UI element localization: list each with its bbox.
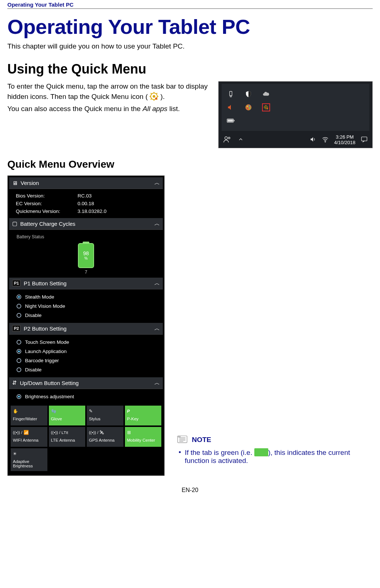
note-block: NOTE If the tab is green (i.e. ), this i… [176, 434, 373, 476]
qm-battery-title: Battery Charge Cycles [20, 221, 75, 227]
shield-icon [244, 90, 252, 98]
chevron-up-icon: ︿ [154, 280, 160, 287]
qm-p1-body: Stealth Mode Night Vision Mode Disable [9, 289, 163, 323]
running-header: Operating Your Tablet PC [7, 0, 373, 9]
glove-icon: 🧤 [51, 408, 83, 414]
battery-percent-unit: % [85, 256, 88, 260]
hand-icon: ✋ [13, 408, 45, 414]
radio-option[interactable]: Disable [16, 365, 156, 374]
tile-label: Mobility Center [127, 438, 159, 442]
tile-stylus[interactable]: ✎Stylus [87, 406, 123, 425]
chevron-up-icon: ︿ [154, 179, 160, 186]
palette-icon [244, 103, 252, 111]
kv-key: Quickmenu Version: [16, 209, 71, 214]
radio-option[interactable]: Launch Application [16, 347, 156, 356]
tile-wifi-antenna[interactable]: ((•)) / 📶WIFI Antenna [11, 427, 47, 447]
qm-battery-header[interactable]: ▢Battery Charge Cycles ︿ [9, 218, 163, 230]
quick-menu-tray-icon[interactable] [262, 103, 270, 111]
radio-option[interactable]: Brightness adjustment [16, 392, 156, 401]
svg-line-6 [151, 93, 152, 94]
speaker-icon[interactable] [310, 136, 316, 144]
qm-p1-title: P1 Button Setting [24, 280, 67, 286]
kv-key: EC Version: [16, 201, 71, 206]
para2-em: All apps [143, 105, 168, 113]
svg-rect-27 [227, 120, 233, 122]
action-center-icon[interactable] [361, 136, 368, 144]
radio-option[interactable]: Disable [16, 311, 156, 320]
svg-point-1 [153, 95, 155, 97]
kv-val: RC.03 [78, 193, 92, 199]
radio-option[interactable]: Touch Screen Mode [16, 338, 156, 347]
svg-line-8 [151, 99, 152, 100]
qm-p1-header[interactable]: P1P1 Button Setting ︿ [9, 278, 163, 289]
updown-icon: ⇵ [12, 379, 17, 386]
svg-point-19 [265, 107, 266, 108]
radio-icon [17, 295, 21, 299]
qm-p2-header[interactable]: P2P2 Button Setting ︿ [9, 323, 163, 335]
radio-label: Night Vision Mode [25, 303, 65, 309]
svg-point-24 [266, 108, 268, 109]
para2-a: You can also access the Quick menu in th… [7, 105, 143, 113]
tile-finger-water[interactable]: ✋Finger/Water [11, 406, 47, 425]
chevron-up-icon: ︿ [154, 325, 160, 332]
tile-pkey[interactable]: PP-Key [125, 406, 162, 425]
qm-battery-body: Battery Status 98 % 7 [9, 230, 163, 278]
wifi-icon[interactable] [322, 136, 329, 144]
radio-icon [17, 340, 21, 345]
radio-label: Brightness adjustment [25, 394, 74, 399]
qm-p2-body: Touch Screen Mode Launch Application Bar… [9, 335, 163, 377]
svg-rect-31 [362, 137, 367, 141]
chapter-intro: This chapter will guide you on how to us… [7, 42, 373, 50]
svg-rect-11 [230, 92, 232, 96]
svg-point-17 [247, 108, 248, 109]
battery-cell: 98 % [78, 243, 94, 268]
svg-point-13 [245, 104, 252, 111]
cloud-icon [262, 90, 270, 98]
chevron-up-icon[interactable] [238, 136, 244, 143]
volume-mute-icon [227, 103, 235, 111]
radio-label: Disable [25, 367, 42, 373]
note-icon [176, 434, 189, 444]
qm-version-header[interactable]: 🖥Version ︿ [9, 177, 163, 189]
qm-p2-title: P2 Button Setting [24, 325, 67, 332]
radio-label: Stealth Mode [25, 294, 54, 300]
battery-percent: 98 [83, 250, 89, 256]
antenna-icon: ((•)) / ʟᴛᴇ [51, 429, 83, 436]
radio-label: Launch Application [25, 349, 67, 354]
radio-option[interactable]: Night Vision Mode [16, 302, 156, 311]
tile-mobility-center[interactable]: ⊞Mobility Center [125, 427, 162, 447]
version-icon: 🖥 [12, 180, 18, 186]
radio-icon [17, 358, 21, 363]
tile-lte-antenna[interactable]: ((•)) / ʟᴛᴇLTE Antenna [49, 427, 86, 447]
taskbar-clock[interactable]: 3:26 PM 4/10/2018 [334, 135, 355, 146]
qm-updown-title: Up/Down Button Setting [20, 380, 79, 386]
tile-adaptive-brightness[interactable]: ☀Adaptive Brightness [11, 448, 47, 471]
windows-icon: ⊞ [127, 429, 159, 436]
qm-updown-header[interactable]: ⇵Up/Down Button Setting ︿ [9, 377, 163, 389]
svg-rect-26 [234, 120, 234, 121]
brightness-icon: ☀ [13, 450, 45, 457]
pkey-icon: P [127, 408, 159, 414]
para1-a: To enter the Quick menu, tap the arrow o… [7, 82, 208, 100]
qm-updown-body: Brightness adjustment [9, 389, 163, 404]
svg-rect-12 [230, 96, 231, 97]
svg-point-14 [247, 106, 248, 107]
radio-icon [17, 367, 21, 372]
chevron-up-icon: ︿ [154, 220, 160, 227]
taskbar-strip: 3:26 PM 4/10/2018 [222, 132, 369, 148]
radio-option[interactable]: Stealth Mode [16, 292, 156, 302]
svg-point-29 [228, 137, 230, 139]
kv-val: 0.00.18 [78, 201, 94, 206]
people-icon[interactable] [223, 135, 231, 145]
p2-badge: P2 [12, 325, 21, 332]
radio-option[interactable]: Barcode trigger [16, 356, 156, 365]
tile-label: Stylus [89, 417, 121, 421]
tile-gps-antenna[interactable]: ((•)) / 🛰GPS Antenna [87, 427, 123, 447]
clock-date: 4/10/2018 [334, 140, 355, 146]
tile-glove[interactable]: 🧤Glove [49, 406, 86, 425]
gear-icon [150, 92, 158, 101]
page-footer: EN-20 [7, 476, 373, 499]
tile-label: P-Key [127, 417, 159, 421]
note-text-a: If the tab is green (i.e. [185, 449, 254, 456]
svg-point-15 [249, 106, 250, 107]
